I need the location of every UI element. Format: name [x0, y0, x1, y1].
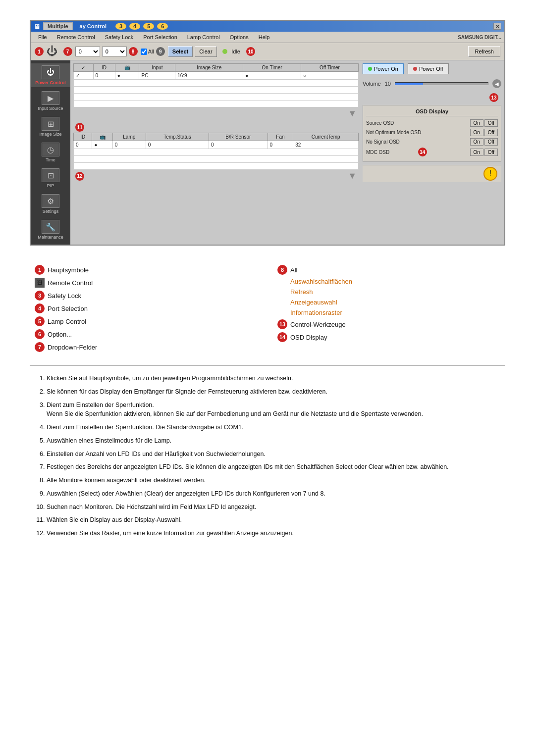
sidebar-item-settings[interactable]: ⚙ Settings [31, 192, 70, 216]
bottom-table-row [74, 149, 359, 156]
refresh-button[interactable]: Refresh [468, 46, 500, 57]
legend-item-2: 🖼 Remote Control [35, 276, 258, 289]
bottom-table-row[interactable]: 0 ● 0 0 0 0 32 [74, 141, 359, 149]
osd-nosignal-controls: On Off [470, 138, 498, 146]
menu-remote-control[interactable]: Remote Control [53, 33, 100, 42]
sidebar-item-image-size[interactable]: ⊞ Image Size [31, 115, 70, 139]
osd-source-off[interactable]: Off [484, 119, 498, 127]
bcol-lamp: Lamp [112, 133, 146, 141]
osd-notoptimum-off[interactable]: Off [484, 129, 498, 136]
status-bar: ! [363, 165, 501, 182]
status-dot [222, 49, 227, 54]
image-size-label: Image Size [39, 132, 61, 137]
bcell-lamp: 0 [112, 141, 146, 149]
sidebar-item-time[interactable]: ◷ Time [31, 141, 70, 164]
osd-row-nosignal: No Signal OSD On Off [366, 138, 498, 146]
volume-slider[interactable] [395, 82, 488, 85]
sidebar-item-power-control[interactable]: ⏻ Power Control [31, 63, 70, 87]
tab-6[interactable]: 6 [157, 23, 168, 30]
tab-4[interactable]: 4 [129, 23, 140, 30]
osd-source-on[interactable]: On [470, 119, 483, 127]
osd-title: OSD Display [366, 108, 498, 116]
badge-8: 8 [129, 47, 138, 56]
all-checkbox[interactable] [141, 49, 147, 55]
bottom-grid-section: ID 📺 Lamp Temp.Status B/R Sensor Fan Cur… [73, 133, 359, 182]
legend-left: 1 Hauptsymbole 🖼 Remote Control 3 Safety… [35, 263, 258, 353]
settings-icon: ⚙ [42, 194, 59, 208]
tab-multiple[interactable]: Multiple [43, 22, 73, 30]
desc-item-1: Klicken Sie auf Hauptsymbole, um zu den … [47, 374, 500, 383]
osd-notoptimum-on[interactable]: On [470, 129, 483, 136]
tab-5[interactable]: 5 [143, 23, 154, 30]
close-button[interactable]: ✕ [493, 23, 501, 30]
legend-item-6: 6 Option... [35, 328, 258, 341]
osd-row-mdc: MDC OSD 14 On Off [366, 148, 498, 156]
legend-item-r7: 14 OSD Display [277, 331, 500, 344]
bcell-fan: 0 [268, 141, 293, 149]
sidebar-item-maintenance[interactable]: 🔧 Maintenance [31, 218, 70, 242]
desc-item-9: Auswählen (Select) oder Abwählen (Clear)… [47, 489, 500, 499]
menu-safety-lock[interactable]: Safety Lock [101, 33, 138, 42]
osd-nosignal-on[interactable]: On [470, 138, 483, 146]
power-row: Power On Power Off [363, 63, 501, 74]
legend-text-6: Option... [48, 331, 72, 338]
legend-badge-3: 3 [35, 291, 45, 301]
legend-item-r4: Anzeigeauswahl [277, 297, 500, 307]
cell-ontimer: ● [243, 72, 301, 80]
bottom-table-row [74, 156, 359, 163]
menu-port-selection[interactable]: Port Selection [139, 33, 181, 42]
table-row[interactable]: ✓ 0 ● PC 16:9 ● ○ [74, 72, 359, 80]
bcell-brsensor: 0 [209, 141, 268, 149]
dropdown-to[interactable]: 012 [102, 47, 127, 56]
clear-button[interactable]: Clear [195, 46, 216, 57]
legend-text-1: Hauptsymbole [48, 266, 89, 274]
power-on-button[interactable]: Power On [363, 63, 404, 74]
power-off-label: Power Off [419, 66, 443, 72]
title-bar-left: 🖥 Multiple ay Control 3 4 5 6 [34, 22, 168, 30]
legend-text-5: Lamp Control [48, 318, 86, 325]
dropdown-from[interactable]: 012 [75, 47, 100, 56]
maintenance-icon: 🔧 [42, 220, 59, 234]
osd-source-controls: On Off [470, 119, 498, 127]
cell-id: 0 [93, 72, 115, 80]
desc-item-7: Festlegen des Bereichs der angezeigten L… [47, 462, 500, 472]
osd-row-notoptimum: Not Optimum Mode OSD On Off [366, 129, 498, 136]
osd-nosignal-off[interactable]: Off [484, 138, 498, 146]
osd-mdc-controls: On Off [470, 149, 498, 156]
desc-item-5: Auswählen eines Einstellmodus für die La… [47, 436, 500, 446]
tab-display[interactable]: ay Control [76, 23, 110, 30]
all-checkbox-label[interactable]: All [141, 49, 154, 55]
tab-3[interactable]: 3 [115, 23, 126, 30]
volume-label: Volume [363, 81, 381, 87]
legend-badge-r7: 14 [277, 332, 287, 342]
bottom-grid-table: ID 📺 Lamp Temp.Status B/R Sensor Fan Cur… [73, 133, 359, 170]
legend-item-4: 4 Port Selection [35, 302, 258, 315]
sidebar-item-pip[interactable]: ⊡ PIP [31, 166, 70, 190]
osd-mdc-label: MDC OSD [366, 150, 418, 155]
table-row [74, 101, 359, 107]
power-off-button[interactable]: Power Off [408, 63, 449, 74]
badge-11: 11 [75, 123, 84, 132]
legend-text-r6: Control-Werkzeuge [290, 321, 346, 328]
legend-badge-r1: 8 [277, 265, 287, 275]
content-area: ✓ ID 📺 Input Image Size On Timer Off Tim… [70, 60, 504, 245]
menu-lamp-control[interactable]: Lamp Control [183, 33, 224, 42]
menu-file[interactable]: File [34, 33, 52, 42]
status-icon: ! [483, 167, 497, 181]
desc-item-12: Verwenden Sie das Raster, um eine kurze … [47, 529, 500, 538]
top-grid-section: ✓ ID 📺 Input Image Size On Timer Off Tim… [73, 63, 359, 120]
sidebar-item-input-source[interactable]: ▶ Input Source [31, 89, 70, 113]
menu-help[interactable]: Help [254, 33, 274, 42]
select-button[interactable]: Select [168, 46, 193, 57]
osd-mdc-on[interactable]: On [470, 149, 483, 156]
all-label: All [148, 49, 154, 54]
osd-mdc-off[interactable]: Off [484, 149, 498, 156]
col-ontimer: On Timer [243, 64, 301, 72]
toolbar: 1 ⏻ 7 012 012 8 All 9 Select Clear Idle … [31, 43, 504, 60]
table-row [74, 94, 359, 101]
osd-notoptimum-label: Not Optimum Mode OSD [366, 130, 470, 135]
legend-text-r3: Refresh [290, 288, 313, 296]
input-source-icon: ▶ [42, 91, 59, 105]
menu-options[interactable]: Options [225, 33, 253, 42]
bottom-grid-header-row: ID 📺 Lamp Temp.Status B/R Sensor Fan Cur… [74, 133, 359, 141]
